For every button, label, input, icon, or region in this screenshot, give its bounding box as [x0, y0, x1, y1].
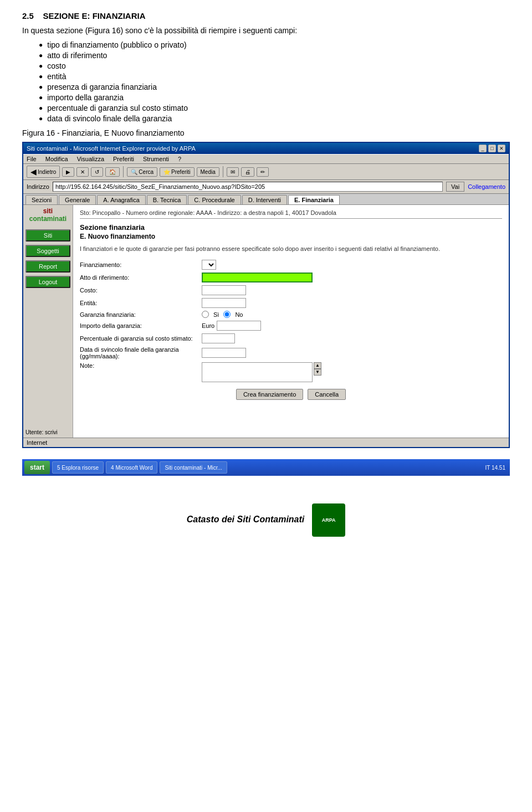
section-intro: In questa sezione (Figura 16) sono c'è l…: [22, 26, 510, 35]
main-content: Sto: Pincopallo - Numero ordine regional…: [73, 205, 509, 438]
maximize-button[interactable]: □: [488, 145, 496, 152]
soggetti-button[interactable]: Soggetti: [25, 245, 70, 257]
taskbar: start 5 Esplora risorse 4 Microsoft Word…: [22, 459, 510, 476]
sidebar: siti contaminati Siti Soggetti Report Lo…: [23, 205, 73, 438]
field-importo: Euro: [202, 321, 502, 331]
site-info: Sto: Pincopallo - Numero ordine regional…: [80, 209, 502, 219]
browser-title: Siti contaminati - Microsoft Internet Ex…: [27, 145, 196, 152]
browser-toolbar: ◀ Indietro ▶ ✕ ↺ 🏠 🔍 Cerca ⭐ Prefer: [23, 164, 509, 180]
taskbar-item-siti[interactable]: Siti contaminati - Micr...: [160, 461, 227, 474]
field-atto: [202, 273, 502, 282]
list-item: atto di riferimento: [39, 51, 510, 60]
create-button[interactable]: Crea finanziamento: [236, 389, 303, 400]
menu-preferiti[interactable]: Preferiti: [113, 156, 134, 162]
tab-finanziaria[interactable]: E. Finanziaria: [288, 195, 340, 204]
tab-procedurale[interactable]: C. Procedurale: [188, 195, 241, 204]
footer: Catasto dei Siti Contaminati ARPA: [22, 487, 510, 553]
document-content: 2.5 SEZIONE E: FINANZIARIA In questa sez…: [0, 0, 532, 564]
radio-garanzia-no[interactable]: [223, 311, 231, 318]
field-note: ▲ ▼: [202, 362, 502, 382]
textarea-note[interactable]: [202, 362, 313, 382]
scroll-up-button[interactable]: ▲: [314, 362, 321, 369]
label-data: Data di svincolo finale della garanzia (…: [80, 346, 202, 359]
tab-sezioni[interactable]: Sezioni: [25, 195, 58, 204]
menu-help[interactable]: ?: [178, 156, 181, 162]
siti-button[interactable]: Siti: [25, 229, 70, 241]
forward-button[interactable]: ▶: [62, 167, 74, 177]
menu-file[interactable]: File: [27, 156, 37, 162]
toolbar-separator: [123, 166, 124, 177]
browser-menubar: File Modifica Visualizza Preferiti Strum…: [23, 154, 509, 164]
select-finanziamento[interactable]: [202, 260, 216, 270]
list-item: percentuale di garanzia sul costo stimat…: [39, 104, 510, 112]
nav-tabs: Sezioni Generale A. Anagrafica B. Tecnic…: [23, 194, 509, 205]
form: Finanziamento: Atto di riferimento:: [80, 260, 502, 400]
list-item: costo: [39, 61, 510, 70]
input-atto[interactable]: [202, 273, 313, 282]
footer-title: Catasto dei Siti Contaminati: [187, 515, 304, 524]
stop-button[interactable]: ✕: [76, 167, 89, 177]
browser-body: siti contaminati Siti Soggetti Report Lo…: [23, 205, 509, 438]
cancel-button[interactable]: Cancella: [308, 389, 346, 400]
logo: siti contaminati: [25, 207, 70, 223]
go-button[interactable]: Vai: [446, 182, 464, 192]
tab-anagrafica[interactable]: A. Anagrafica: [97, 195, 145, 204]
label-percentuale: Percentuale di garanzia sul costo stimat…: [80, 335, 202, 342]
figure-caption: Figura 16 - Finanziaria, E Nuovo finanzi…: [22, 129, 510, 137]
menu-modifica[interactable]: Modifica: [45, 156, 68, 162]
input-entita[interactable]: [202, 298, 246, 308]
section-header: Sezione finanziaria: [80, 223, 502, 232]
label-note: Note:: [80, 362, 202, 369]
address-bar: Indirizzo Vai Collegamento: [23, 180, 509, 194]
address-input[interactable]: [53, 182, 443, 192]
favorites-icon: ⭐: [163, 169, 170, 175]
mail-button[interactable]: ✉: [227, 167, 239, 177]
input-percentuale[interactable]: [202, 333, 235, 343]
report-button[interactable]: Report: [25, 260, 70, 273]
radio-garanzia-si[interactable]: [202, 311, 209, 318]
refresh-button[interactable]: ↺: [91, 167, 103, 177]
form-row-importo: Importo della garanzia: Euro: [80, 321, 502, 331]
label-entita: Entità:: [80, 300, 202, 306]
bullet-list: tipo di finanziamento (pubblico o privat…: [39, 40, 510, 123]
browser-titlebar: Siti contaminati - Microsoft Internet Ex…: [23, 143, 509, 154]
field-costo: [202, 285, 502, 295]
taskbar-item-explorer[interactable]: 5 Esplora risorse: [52, 461, 104, 474]
search-icon: 🔍: [131, 169, 137, 175]
back-icon: ◀: [30, 167, 37, 176]
close-button[interactable]: ✕: [498, 145, 505, 152]
field-data: [202, 348, 502, 358]
taskbar-item-word[interactable]: 4 Microsoft Word: [106, 461, 157, 474]
start-button[interactable]: start: [24, 461, 50, 474]
logout-button[interactable]: Logout: [25, 276, 70, 288]
back-button[interactable]: ◀ Indietro: [27, 166, 60, 178]
label-finanziamento: Finanziamento:: [80, 261, 202, 268]
edit-button[interactable]: ✏: [257, 167, 269, 177]
input-importo[interactable]: [217, 321, 261, 331]
search-button[interactable]: 🔍 Cerca: [127, 167, 157, 177]
label-garanzia: Garanzia finanziaria:: [80, 311, 202, 318]
links-label[interactable]: Collegamento: [468, 183, 505, 190]
tab-interventi[interactable]: D. Interventi: [242, 195, 287, 204]
menu-strumenti[interactable]: Strumenti: [143, 156, 169, 162]
menu-visualizza[interactable]: Visualizza: [77, 156, 104, 162]
section-subheader: E. Nuovo finanziamento: [80, 233, 502, 240]
window-controls: _ □ ✕: [479, 145, 505, 152]
home-button[interactable]: 🏠: [105, 167, 120, 177]
media-button[interactable]: Media: [197, 167, 219, 177]
tab-generale[interactable]: Generale: [59, 195, 96, 204]
minimize-button[interactable]: _: [479, 145, 487, 152]
print-button[interactable]: 🖨: [241, 167, 254, 177]
tab-tecnica[interactable]: B. Tecnica: [147, 195, 187, 204]
label-costo: Costo:: [80, 287, 202, 294]
input-data[interactable]: [202, 348, 246, 358]
favorites-button[interactable]: ⭐ Preferiti: [160, 167, 194, 177]
euro-prefix: Euro: [202, 322, 214, 329]
taskbar-time: IT 14.51: [485, 465, 508, 471]
form-row-finanziamento: Finanziamento:: [80, 260, 502, 270]
label-atto: Atto di riferimento:: [80, 274, 202, 281]
section-title: 2.5 SEZIONE E: FINANZIARIA: [22, 11, 510, 20]
scroll-down-button[interactable]: ▼: [314, 369, 321, 376]
input-costo[interactable]: [202, 285, 246, 295]
status-zone: Internet: [27, 439, 47, 446]
